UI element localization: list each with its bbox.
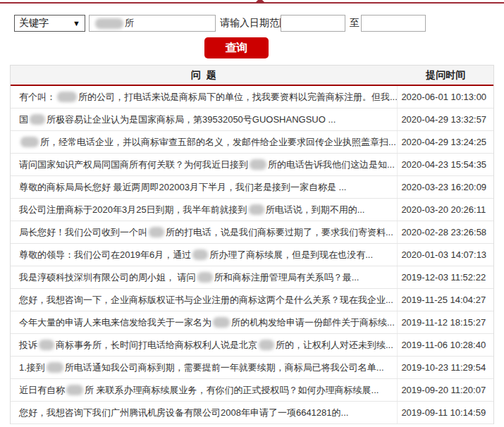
question-text: 所办理了商标续展，但是到现在也没有... [209,249,373,261]
question-text: 所的电话告诉我他们这边是知... [268,159,395,171]
question-text: 请问国家知识产权局同国商所有何关联？为何我近日接到 [19,159,248,171]
question-text: 商标事务所，长时间打电话给商标权利人说是北京 [56,339,257,352]
active-tab-indicator-arrow [255,0,265,3]
table-row[interactable]: 今年大量的申请人来电来信发给我关于一家名为所的机构发给申请一份邮件关于商标续..… [11,311,493,334]
table-row[interactable]: 有个叫：所的公司，打电话来说是商标局下的单位，找我要资料以完善商标注册。但我..… [11,86,493,109]
keyword-input[interactable]: 所 [89,15,216,32]
question-text: 国 [19,113,28,126]
search-form: 关键字 ▼ 所 请输入日期范围 至 [0,15,504,32]
table-row[interactable]: 国所极容易让企业认为是国家商标局，第39532050号GUOSHANGSUO .… [11,109,493,131]
question-time: 2019-10-23 11:29:54 [398,357,493,378]
keyword-type-select[interactable]: 关键字 ▼ [14,15,85,32]
redacted-text [149,227,164,237]
date-to-input[interactable] [361,15,426,32]
question-time: 2019-09-11 10:14:59 [398,402,493,423]
date-to-label: 至 [350,17,359,30]
redacted-text [95,18,123,29]
table-row[interactable]: 投诉商标事务所，长时间打电话给商标权利人说是北京所的，让权利人对还未到续...2… [11,334,493,357]
question-text: 尊敬的商标局局长您好 最近两周即202003月下半月，我们老是接到一家自称是 .… [19,181,346,194]
question-text: 所 来联系办理商标续展业务，有你们的正式授权吗？如何办理商标续展... [85,384,379,397]
question-cell[interactable]: 所，经常电话企业，并以商标审查五部的名义，发邮件给企业要求回传企业执照盖章扫..… [11,131,398,153]
question-text: 有个叫： [19,91,56,104]
question-time: 2019-11-12 18:15:27 [398,311,493,333]
table-row[interactable]: 局长您好！我们公司收到一个叫所的打电话，说是我们商标要过期了，要求我们寄资料..… [11,221,493,244]
redacted-text [66,385,83,395]
table-row[interactable]: 尊敬的商标局局长您好 最近两周即202003月下半月，我们老是接到一家自称是 .… [11,176,493,199]
question-cell[interactable]: 局长您好！我们公司收到一个叫所的打电话，说是我们商标要过期了，要求我们寄资料..… [11,221,398,243]
question-text: 您好，我想咨询下我们广州腾讯机房设备有限公司2008年申请了一项6641281的… [19,407,348,419]
question-column-header: 问 题 [11,66,398,85]
question-text: 我是淳硕科技深圳有限公司的周小姐， 请问 [19,271,196,284]
table-row[interactable]: 请问国家知识产权局同国商所有何关联？为何我近日接到所的电话告诉我他们这边是知..… [11,154,493,176]
redacted-text [249,204,264,215]
question-time: 2020-04-29 13:32:57 [398,109,493,130]
question-cell[interactable]: 您好，我想咨询一下，企业商标版权证书与企业注册的商标这两个是什么关系？现在我企业… [11,289,398,311]
redacted-text [250,159,266,170]
question-time: 2020-06-01 10:13:00 [398,86,493,108]
question-cell[interactable]: 国所极容易让企业认为是国家商标局，第39532050号GUOSHANGSUO .… [11,109,398,130]
question-time: 2020-01-03 14:07:13 [398,244,493,266]
question-text: 所的打电话，说是我们商标要过期了，要求我们寄资料... [166,226,393,239]
question-cell[interactable]: 近日有自称所 来联系办理商标续展业务，有你们的正式授权吗？如何办理商标续展... [11,379,398,401]
question-text: 所的公司，打电话来说是商标局下的单位，找我要资料以完善商标注册。但我... [78,91,398,104]
query-button[interactable]: 查询 [204,37,269,58]
question-cell[interactable]: 您好，我想咨询下我们广州腾讯机房设备有限公司2008年申请了一项6641281的… [11,402,398,423]
question-time: 2019-12-03 11:52:22 [398,266,493,288]
table-row[interactable]: 近日有自称所 来联系办理商标续展业务，有你们的正式授权吗？如何办理商标续展...… [11,379,493,402]
question-text: 您好，我想咨询一下，企业商标版权证书与企业注册的商标这两个是什么关系？现在我企业… [19,294,393,307]
table-row[interactable]: 您好，我想咨询一下，企业商标版权证书与企业注册的商标这两个是什么关系？现在我企业… [11,289,493,311]
question-cell[interactable]: 1.接到所电话通知我公司商标到期，需要提前一年就要续期，商标局已将我公司名单..… [11,357,398,378]
question-cell[interactable]: 我公司注册商标于2020年3月25日到期，我半年前就接到所电话说，到期不用的..… [11,199,398,221]
question-cell[interactable]: 投诉商标事务所，长时间打电话给商标权利人说是北京所的，让权利人对还未到续... [11,334,398,356]
redacted-text [213,317,230,328]
question-text: 1.接到 [19,361,45,374]
question-time: 2019-11-06 10:28:40 [398,334,493,356]
redacted-text [39,340,54,350]
question-text: 所电话通知我公司商标到期，需要提前一年就要续期，商标局已将我公司名单... [65,361,384,374]
question-text: 局长您好！我们公司收到一个叫 [19,226,147,239]
question-time: 2020-03-23 16:20:09 [398,176,493,198]
question-text: 今年大量的申请人来电来信发给我关于一家名为 [19,316,211,329]
redacted-text [57,92,77,102]
question-text: 所极容易让企业认为是国家商标局，第39532050号GUOSHANGSUO ..… [47,113,336,126]
question-cell[interactable]: 尊敬的领导：我们公司在2019年6月，通过所办理了商标续展，但是到现在也没有..… [11,244,398,266]
question-table: 问 题 提问时间 有个叫：所的公司，打电话来说是商标局下的单位，找我要资料以完善… [10,65,494,424]
question-text: 所电话说，到期不用的... [266,204,365,216]
question-text: 我公司注册商标于2020年3月25日到期，我半年前就接到 [19,204,247,216]
table-row[interactable]: 您好，我想咨询下我们广州腾讯机房设备有限公司2008年申请了一项6641281的… [11,402,493,424]
date-from-input[interactable] [281,15,345,32]
time-column-header: 提问时间 [398,66,493,85]
question-time: 2020-04-23 15:54:35 [398,154,493,175]
question-time: 2020-03-20 20:26:11 [398,199,493,221]
question-text: 所和商标注册管理局有关系吗？最... [214,271,359,284]
top-divider-line [0,2,504,4]
question-time: 2019-09-20 11:20:07 [398,379,493,401]
table-row[interactable]: 1.接到所电话通知我公司商标到期，需要提前一年就要续期，商标局已将我公司名单..… [11,357,493,379]
table-row[interactable]: 尊敬的领导：我们公司在2019年6月，通过所办理了商标续展，但是到现在也没有..… [11,244,493,266]
keyword-select-value: 关键字 [19,17,49,30]
redacted-text [192,249,208,260]
question-text: 近日有自称 [19,384,65,397]
redacted-text [30,114,45,125]
question-cell[interactable]: 尊敬的商标局局长您好 最近两周即202003月下半月，我们老是接到一家自称是 .… [11,176,398,198]
question-text: 尊敬的领导：我们公司在2019年6月，通过 [19,249,191,261]
table-row[interactable]: 我是淳硕科技深圳有限公司的周小姐， 请问所和商标注册管理局有关系吗？最...20… [11,266,493,289]
question-time: 2019-11-25 14:04:27 [398,289,493,311]
question-time: 2020-04-29 13:24:25 [398,131,493,153]
redacted-text [197,272,213,283]
redacted-text [20,137,39,147]
question-text: 所的，让权利人对还未到续... [276,339,393,352]
question-text: 投诉 [19,339,37,352]
question-text: 所，经常电话企业，并以商标审查五部的名义，发邮件给企业要求回传企业执照盖章扫..… [40,136,396,149]
question-cell[interactable]: 请问国家知识产权局同国商所有何关联？为何我近日接到所的电话告诉我他们这边是知..… [11,154,398,175]
table-header: 问 题 提问时间 [11,65,493,86]
table-row[interactable]: 所，经常电话企业，并以商标审查五部的名义，发邮件给企业要求回传企业执照盖章扫..… [11,131,493,154]
question-cell[interactable]: 有个叫：所的公司，打电话来说是商标局下的单位，找我要资料以完善商标注册。但我..… [11,86,398,108]
question-cell[interactable]: 我是淳硕科技深圳有限公司的周小姐， 请问所和商标注册管理局有关系吗？最... [11,266,398,288]
chevron-down-icon: ▼ [73,19,80,27]
question-time: 2020-02-28 23:26:58 [398,221,493,243]
redacted-text [259,340,274,350]
table-row[interactable]: 我公司注册商标于2020年3月25日到期，我半年前就接到所电话说，到期不用的..… [11,199,493,221]
question-cell[interactable]: 今年大量的申请人来电来信发给我关于一家名为所的机构发给申请一份邮件关于商标续..… [11,311,398,333]
keyword-input-text: 所 [125,17,134,30]
